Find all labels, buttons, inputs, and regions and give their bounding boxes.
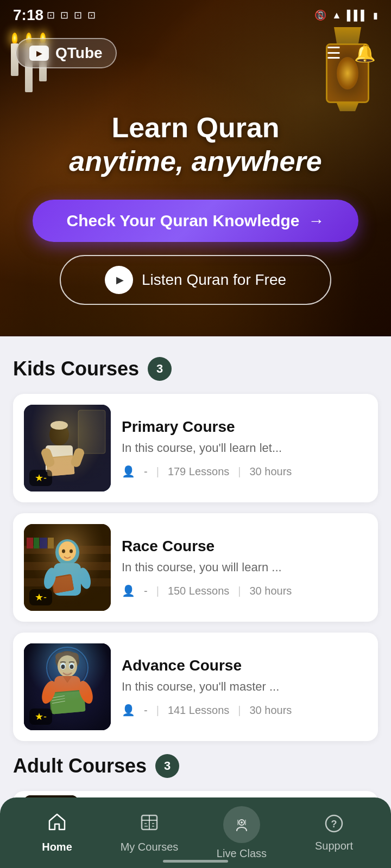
status-right-icons: 📵 ▲ ▌▌▌ ▮	[314, 9, 378, 21]
course-card-race[interactable]: ★- Race Course In this course, you will …	[13, 513, 378, 622]
kids-courses-header: Kids Courses 3	[13, 357, 378, 381]
svg-point-50	[76, 679, 96, 706]
home-icon	[47, 812, 67, 837]
svg-point-22	[62, 550, 65, 553]
svg-rect-19	[48, 538, 54, 548]
svg-rect-5	[46, 445, 73, 473]
svg-rect-18	[40, 538, 47, 548]
course-1-info: Primary Course In this course, you'll le…	[122, 418, 367, 478]
course-thumb-1: ★-	[24, 405, 111, 492]
svg-rect-8	[40, 447, 56, 468]
hero-content: Learn Qurananytime, anywhere Check Your …	[11, 79, 380, 336]
course-1-name: Primary Course	[122, 418, 367, 436]
svg-point-4	[51, 421, 68, 430]
icon-whatsapp: ⊡	[60, 9, 68, 21]
bottom-indicator	[163, 860, 228, 863]
course-2-meta: 👤 - | 150 Lessons | 30 hours	[122, 584, 367, 597]
hero-title: Learn Qurananytime, anywhere	[69, 111, 321, 178]
person-icon-2: 👤	[122, 584, 135, 597]
battery-icon: ▮	[373, 10, 378, 21]
nav-live-label: Live Class	[217, 847, 267, 860]
course-3-name: Advance Course	[122, 657, 367, 674]
listen-button[interactable]: Listen Quran for Free	[60, 255, 331, 305]
svg-point-3	[49, 424, 69, 445]
course-card-primary[interactable]: ★- Primary Course In this course, you'll…	[13, 394, 378, 502]
svg-rect-17	[34, 538, 39, 548]
svg-point-65	[241, 821, 243, 824]
logo-text: QTube	[55, 44, 103, 62]
hero-section: 7:18 ⊡ ⊡ ⊡ ⊡ 📵 ▲ ▌▌▌ ▮ QTube	[0, 0, 391, 336]
course-2-rating: ★-	[29, 589, 52, 605]
live-class-icon	[223, 806, 260, 843]
kids-courses-badge: 3	[148, 357, 172, 381]
svg-point-33	[48, 649, 86, 687]
nav-support-label: Support	[315, 840, 353, 852]
course-2-desc: In this course, you will learn ...	[122, 559, 367, 576]
course-3-desc: In this course, you'll master ...	[122, 679, 367, 695]
icon-instagram: ⊡	[74, 9, 82, 21]
svg-point-37	[69, 653, 79, 661]
svg-point-28	[77, 566, 93, 590]
nav-home-label: Home	[42, 841, 72, 853]
course-3-info: Advance Course In this course, you'll ma…	[122, 657, 367, 717]
icon-app1: ⊡	[47, 9, 55, 21]
course-3-instructor: -	[144, 704, 148, 717]
play-icon	[105, 266, 133, 294]
svg-rect-15	[24, 578, 111, 586]
nav-live-class[interactable]: Live Class	[195, 806, 288, 860]
svg-rect-26	[52, 575, 74, 593]
icon-social: ⊡	[87, 9, 96, 21]
header-actions: ☰ 🔔	[326, 43, 376, 63]
course-card-advance[interactable]: ★- Advance Course In this course, you'll…	[13, 633, 378, 741]
logo[interactable]: QTube	[15, 38, 117, 68]
course-3-lessons: 141 Lessons	[168, 704, 229, 717]
course-1-desc: In this course, you'll learn let...	[122, 440, 367, 457]
course-thumb-2: ★-	[24, 524, 111, 611]
svg-point-35	[55, 653, 66, 661]
menu-icon[interactable]: ☰	[326, 45, 341, 61]
nav-support[interactable]: ? Support	[288, 814, 380, 852]
courses-icon	[140, 813, 159, 837]
call-icon: 📵	[314, 9, 326, 21]
svg-point-40	[61, 665, 65, 669]
svg-rect-43	[54, 676, 80, 711]
svg-point-32	[47, 647, 88, 688]
nav-home[interactable]: Home	[11, 812, 103, 853]
svg-point-38	[58, 655, 77, 677]
signal-icon: ▌▌▌	[347, 10, 368, 21]
svg-line-47	[52, 698, 65, 700]
svg-point-21	[59, 541, 76, 561]
nav-my-courses[interactable]: My Courses	[103, 813, 195, 853]
svg-rect-25	[51, 574, 74, 593]
course-2-name: Race Course	[122, 538, 367, 555]
quiz-button[interactable]: Check Your Quran Knowledge →	[33, 200, 358, 242]
course-1-hours: 30 hours	[250, 465, 292, 478]
course-1-instructor: -	[144, 465, 148, 478]
sep-1: |	[156, 465, 159, 478]
adult-courses-badge: 3	[155, 754, 179, 778]
course-thumb-3: ★-	[24, 643, 111, 730]
wifi-icon: ▲	[332, 10, 342, 21]
course-3-meta: 👤 - | 141 Lessons | 30 hours	[122, 704, 367, 717]
sep-6: |	[238, 704, 241, 717]
course-1-rating: ★-	[29, 470, 52, 486]
bell-icon[interactable]: 🔔	[354, 43, 376, 63]
svg-point-39	[60, 663, 66, 669]
svg-rect-44	[49, 690, 85, 714]
svg-rect-2	[78, 410, 105, 454]
svg-point-49	[39, 679, 59, 706]
sep-5: |	[156, 704, 159, 717]
svg-rect-9	[70, 447, 85, 468]
svg-rect-16	[27, 538, 33, 548]
svg-point-34	[55, 651, 79, 671]
course-2-instructor: -	[144, 585, 148, 597]
svg-point-27	[42, 566, 58, 590]
course-3-rating: ★-	[29, 709, 52, 725]
sep-2: |	[238, 465, 241, 478]
course-2-info: Race Course In this course, you will lea…	[122, 538, 367, 598]
svg-rect-14	[24, 562, 111, 570]
support-icon: ?	[324, 814, 344, 835]
svg-rect-24	[54, 563, 81, 596]
quiz-button-label: Check Your Quran Knowledge	[67, 212, 300, 230]
adult-courses-header: Adult Courses 3	[13, 754, 378, 778]
